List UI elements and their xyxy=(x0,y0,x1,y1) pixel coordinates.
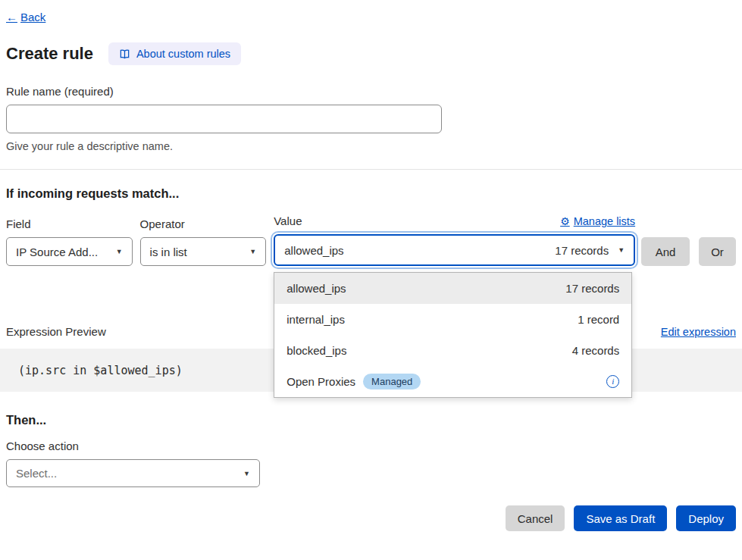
edit-expression-link[interactable]: Edit expression xyxy=(661,326,736,338)
deploy-button[interactable]: Deploy xyxy=(676,505,736,531)
list-item-detail: 4 records xyxy=(572,344,620,357)
expression-preview-label: Expression Preview xyxy=(6,325,106,338)
chevron-down-icon: ▼ xyxy=(618,246,625,254)
section-divider xyxy=(0,169,742,170)
list-item-allowed-ips[interactable]: allowed_ips 17 records xyxy=(274,273,631,304)
value-select-detail: 17 records xyxy=(555,244,609,257)
operator-column: Operator is in list ▼ xyxy=(140,217,267,266)
cancel-button[interactable]: Cancel xyxy=(506,505,565,531)
list-item-name-wrap: Open Proxies Managed xyxy=(286,374,421,389)
page-title: Create rule xyxy=(6,44,93,64)
managed-badge: Managed xyxy=(363,374,421,389)
about-badge-label: About custom rules xyxy=(136,48,230,60)
back-label: Back xyxy=(20,11,45,23)
value-label: Value xyxy=(274,214,302,227)
list-item-name: allowed_ips xyxy=(286,282,346,295)
rule-name-input[interactable] xyxy=(6,105,442,133)
value-header: Value ⚙ Manage lists xyxy=(274,214,635,227)
save-draft-button[interactable]: Save as Draft xyxy=(574,505,667,531)
manage-lists-link[interactable]: ⚙ Manage lists xyxy=(560,215,635,227)
value-column: Value ⚙ Manage lists allowed_ips 17 reco… xyxy=(274,214,635,266)
value-select-right: 17 records ▼ xyxy=(555,244,625,257)
match-row: Field IP Source Add... ▼ Operator is in … xyxy=(6,214,736,266)
back-arrow-icon: ← xyxy=(6,11,17,23)
list-item-blocked-ips[interactable]: blocked_ips 4 records xyxy=(274,335,631,366)
operator-select[interactable]: is in list ▼ xyxy=(140,237,267,266)
list-item-name: internal_ips xyxy=(286,313,345,326)
back-link[interactable]: ← Back xyxy=(6,11,45,23)
list-item-detail: 17 records xyxy=(565,282,619,295)
rule-name-helper: Give your rule a descriptive name. xyxy=(6,140,736,152)
manage-lists-label: Manage lists xyxy=(574,215,635,227)
action-select[interactable]: Select... ▼ xyxy=(6,459,260,487)
or-button[interactable]: Or xyxy=(699,237,736,266)
operator-label: Operator xyxy=(140,217,267,230)
title-row: Create rule About custom rules xyxy=(6,42,736,65)
list-item-detail: 1 record xyxy=(578,313,619,326)
match-section-title: If incoming requests match... xyxy=(6,186,736,201)
field-select-value: IP Source Add... xyxy=(16,246,98,258)
book-icon xyxy=(119,48,130,60)
and-button[interactable]: And xyxy=(641,237,690,266)
choose-action-label: Choose action xyxy=(6,440,736,452)
chevron-down-icon: ▼ xyxy=(116,248,123,255)
gear-icon: ⚙ xyxy=(560,215,570,227)
action-select-placeholder: Select... xyxy=(16,467,57,480)
rule-name-group: Rule name (required) Give your rule a de… xyxy=(6,85,736,152)
value-dropdown-panel: allowed_ips 17 records internal_ips 1 re… xyxy=(274,272,632,398)
value-select[interactable]: allowed_ips 17 records ▼ xyxy=(274,234,635,266)
list-item-name: Open Proxies xyxy=(286,375,355,388)
field-select[interactable]: IP Source Add... ▼ xyxy=(6,237,133,266)
chevron-down-icon: ▼ xyxy=(243,470,250,477)
field-column: Field IP Source Add... ▼ xyxy=(6,217,133,266)
expression-code: (ip.src in $allowed_ips) xyxy=(18,364,183,377)
list-item-open-proxies[interactable]: Open Proxies Managed i xyxy=(274,366,631,397)
then-section-title: Then... xyxy=(6,413,736,427)
list-item-name: blocked_ips xyxy=(286,344,346,357)
value-select-name: allowed_ips xyxy=(284,244,343,257)
footer-actions: Cancel Save as Draft Deploy xyxy=(6,505,736,531)
about-custom-rules-badge[interactable]: About custom rules xyxy=(108,42,241,65)
choose-action-group: Choose action Select... ▼ xyxy=(6,440,736,487)
chevron-down-icon: ▼ xyxy=(249,248,256,255)
rule-name-label: Rule name (required) xyxy=(6,85,736,98)
info-icon[interactable]: i xyxy=(606,375,619,388)
field-label: Field xyxy=(6,217,133,230)
list-item-internal-ips[interactable]: internal_ips 1 record xyxy=(274,304,631,335)
operator-select-value: is in list xyxy=(150,246,187,258)
create-rule-page: ← Back Create rule About custom rules Ru… xyxy=(0,0,742,531)
